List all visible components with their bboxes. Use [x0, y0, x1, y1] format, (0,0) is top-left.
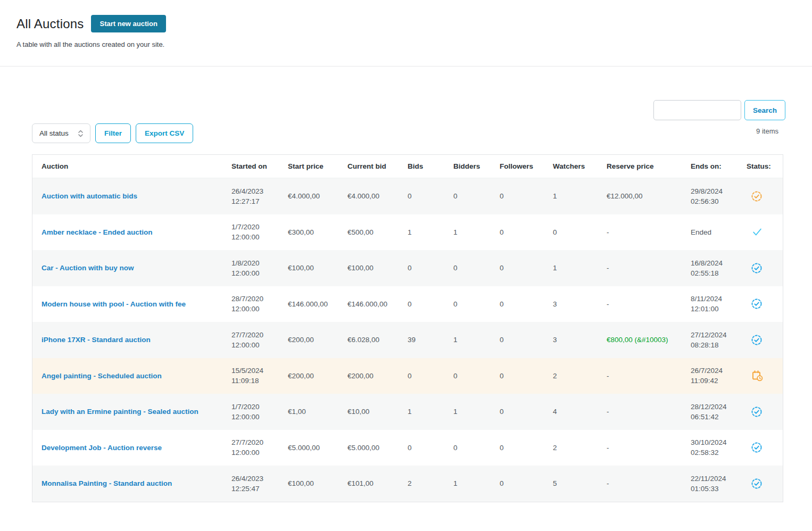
- status-calendar-clock-orange-icon: [747, 369, 783, 382]
- started-on-cell: 26/4/202312:25:47: [231, 474, 288, 494]
- status-check-circle-blue-icon: [747, 334, 783, 346]
- status-filter-select[interactable]: All status: [32, 123, 90, 143]
- watchers-cell: 4: [553, 406, 607, 417]
- status-check-circle-blue-icon: [747, 442, 783, 453]
- bidders-cell: 0: [453, 299, 500, 309]
- followers-cell: 0: [500, 443, 553, 453]
- ends-on-cell: 29/8/202402:56:30: [691, 186, 747, 206]
- auction-title-cell: Modern house with pool - Auction with fe…: [42, 299, 231, 309]
- start-price-cell: €4.000,00: [288, 191, 347, 201]
- status-check-circle-blue-icon: [747, 262, 783, 274]
- ends-on-cell: 22/11/202401:05:33: [691, 474, 747, 494]
- current-bid-cell: €146.000,00: [347, 299, 408, 309]
- search-input[interactable]: [653, 100, 741, 120]
- auction-title-link[interactable]: Monnalisa Painting - Standard auction: [42, 479, 172, 487]
- auction-title-cell: Monnalisa Painting - Standard auction: [42, 478, 231, 488]
- auction-title-link[interactable]: Development Job - Auction reverse: [42, 444, 162, 452]
- current-bid-cell: €200,00: [347, 371, 408, 381]
- ends-on-cell: 8/11/202412:01:00: [691, 294, 747, 314]
- column-header: Followers: [500, 162, 553, 170]
- table-row: iPhone 17XR - Standard auction27/7/20201…: [32, 322, 783, 358]
- status-filter-value: All status: [39, 129, 69, 137]
- column-header: Auction: [42, 162, 231, 170]
- current-bid-cell: €6.028,00: [347, 335, 408, 345]
- table-row: Amber necklace - Ended auction1/7/202012…: [32, 214, 783, 251]
- title-row: All Auctions Start new auction: [16, 15, 166, 32]
- auction-title-link[interactable]: Car - Auction with buy now: [42, 264, 134, 272]
- reserve-price-cell: €12.000,00: [607, 191, 691, 201]
- column-header: Started on: [231, 162, 288, 170]
- started-on-cell: 1/7/202012:00:00: [231, 402, 288, 422]
- search-area: Search: [653, 100, 785, 120]
- watchers-cell: 2: [553, 443, 607, 453]
- start-price-cell: €100,00: [288, 263, 347, 273]
- watchers-cell: 5: [553, 478, 607, 488]
- reserve-price-cell: -: [607, 443, 691, 453]
- ends-on-cell: 27/12/202408:28:18: [691, 330, 747, 350]
- start-price-cell: €100,00: [288, 478, 347, 488]
- bidders-cell: 0: [453, 191, 500, 201]
- auction-title-link[interactable]: Amber necklace - Ended auction: [42, 228, 153, 236]
- ends-on-cell: 30/10/202402:58:32: [691, 437, 747, 458]
- auction-title-link[interactable]: Modern house with pool - Auction with fe…: [42, 300, 186, 308]
- auction-title-cell: Amber necklace - Ended auction: [42, 227, 231, 237]
- status-check-circle-blue-icon: [747, 298, 783, 310]
- started-on-cell: 1/7/202012:00:00: [231, 222, 288, 242]
- filter-button[interactable]: Filter: [95, 123, 131, 143]
- column-header: Bids: [408, 162, 453, 170]
- current-bid-cell: €500,00: [347, 227, 408, 237]
- followers-cell: 0: [500, 227, 553, 237]
- export-csv-button[interactable]: Export CSV: [136, 123, 193, 143]
- watchers-cell: 2: [553, 371, 607, 381]
- bidders-cell: 0: [453, 263, 500, 273]
- followers-cell: 0: [500, 478, 553, 488]
- bids-cell: 0: [408, 443, 453, 453]
- start-price-cell: €1,00: [288, 406, 347, 417]
- table-row: Car - Auction with buy now1/8/202012:00:…: [32, 250, 783, 286]
- start-price-cell: €146.000,00: [288, 299, 347, 309]
- table-header-row: AuctionStarted onStart priceCurrent bidB…: [32, 155, 783, 178]
- auction-title-link[interactable]: iPhone 17XR - Standard auction: [42, 336, 151, 344]
- current-bid-cell: €5.000,00: [347, 443, 408, 453]
- page-title: All Auctions: [16, 16, 84, 31]
- column-header: Start price: [288, 162, 347, 170]
- table-row: Angel painting - Scheduled auction15/5/2…: [32, 358, 783, 394]
- table-row: Modern house with pool - Auction with fe…: [32, 286, 783, 322]
- bids-cell: 0: [408, 263, 453, 273]
- reserve-price-cell: -: [607, 263, 691, 273]
- auction-title-cell: Angel painting - Scheduled auction: [42, 371, 231, 381]
- start-price-cell: €200,00: [288, 371, 347, 381]
- followers-cell: 0: [500, 406, 553, 417]
- started-on-cell: 28/7/202012:00:00: [231, 294, 288, 314]
- started-on-cell: 26/4/202312:27:17: [231, 186, 288, 206]
- bidders-cell: 0: [453, 443, 500, 453]
- auction-title-cell: Lady with an Ermine painting - Sealed au…: [42, 406, 231, 417]
- search-button[interactable]: Search: [744, 100, 785, 120]
- table-row: Development Job - Auction reverse27/7/20…: [32, 430, 783, 466]
- ends-on-cell: Ended: [691, 227, 747, 237]
- reserve-price-cell: -: [607, 299, 691, 309]
- followers-cell: 0: [500, 299, 553, 309]
- start-new-auction-button[interactable]: Start new auction: [91, 15, 165, 32]
- table-row: Monnalisa Painting - Standard auction26/…: [32, 466, 783, 502]
- bidders-cell: 1: [453, 478, 500, 488]
- column-header: Ends on:: [691, 162, 747, 170]
- status-check-circle-blue-icon: [747, 478, 783, 489]
- started-on-cell: 27/7/202012:00:00: [231, 437, 288, 458]
- bidders-cell: 1: [453, 406, 500, 417]
- watchers-cell: 1: [553, 263, 607, 273]
- status-check-cyan-icon: [747, 226, 783, 238]
- auction-title-link[interactable]: Auction with automatic bids: [42, 192, 137, 200]
- page-header: All Auctions Start new auction A table w…: [0, 0, 812, 67]
- bids-cell: 2: [408, 478, 453, 488]
- watchers-cell: 3: [553, 299, 607, 309]
- reserve-price-cell: -: [607, 478, 691, 488]
- auction-title-link[interactable]: Lady with an Ermine painting - Sealed au…: [42, 408, 198, 416]
- start-price-cell: €200,00: [288, 335, 347, 345]
- ends-on-cell: 16/8/202402:55:18: [691, 258, 747, 278]
- followers-cell: 0: [500, 335, 553, 345]
- start-price-cell: €5.000,00: [288, 443, 347, 453]
- column-header: Status:: [747, 162, 783, 170]
- auction-title-link[interactable]: Angel painting - Scheduled auction: [42, 372, 162, 380]
- current-bid-cell: €101,00: [347, 478, 408, 488]
